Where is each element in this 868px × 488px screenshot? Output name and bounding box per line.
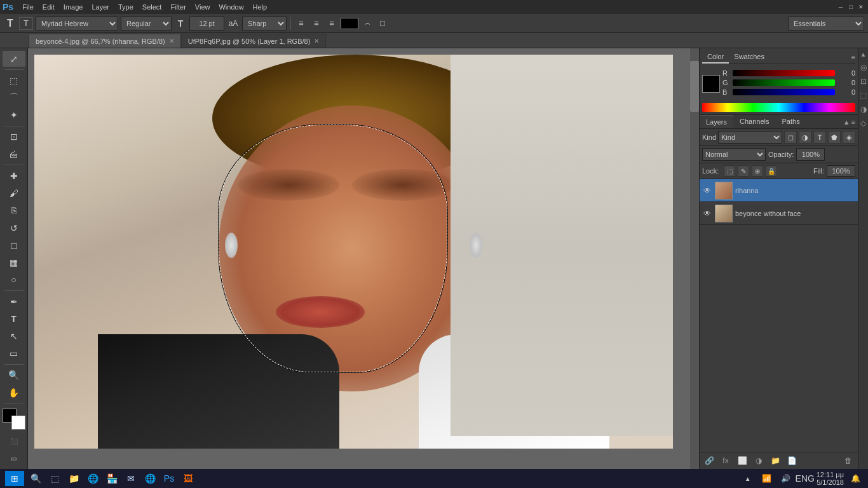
new-layer-btn[interactable]: 📄 xyxy=(785,455,799,466)
menu-window[interactable]: Window xyxy=(215,2,247,12)
color-panel-menu[interactable]: ≡ xyxy=(851,53,855,61)
search-icon[interactable]: 🔍 xyxy=(28,471,43,486)
menu-image[interactable]: Image xyxy=(60,2,87,12)
chrome-icon[interactable]: 🌐 xyxy=(142,471,158,486)
panel-icon-4[interactable]: ◑ xyxy=(857,103,869,116)
paths-tab[interactable]: Paths xyxy=(776,115,806,128)
windows-store-icon[interactable]: 🏪 xyxy=(104,471,119,486)
menu-view[interactable]: View xyxy=(191,2,214,12)
panel-icon-3[interactable]: ⬚ xyxy=(857,89,869,102)
menu-layer[interactable]: Layer xyxy=(88,2,113,12)
font-style-select[interactable]: Regular xyxy=(121,17,172,30)
character-panel-icon[interactable]: □ xyxy=(376,17,389,30)
collapse-top-btn[interactable]: ▲ xyxy=(859,50,868,58)
taskbar-icon-5[interactable]: 🖼 xyxy=(180,471,196,486)
panel-icon-1[interactable]: ◎ xyxy=(857,61,869,74)
type-tool[interactable]: T xyxy=(3,311,25,327)
file-explorer-icon[interactable]: 📁 xyxy=(66,471,81,486)
task-view-icon[interactable]: ⬚ xyxy=(47,471,62,486)
lock-all-btn[interactable]: 🔒 xyxy=(766,165,777,177)
red-slider[interactable] xyxy=(733,70,835,76)
fill-input[interactable] xyxy=(827,165,855,177)
align-left-icon[interactable]: ≡ xyxy=(295,17,308,30)
canvas-area[interactable] xyxy=(28,48,699,469)
screen-mode-btn[interactable]: ▭ xyxy=(3,451,25,466)
filter-shape-btn[interactable]: ⬟ xyxy=(828,131,841,144)
opacity-input[interactable] xyxy=(796,148,825,161)
font-size-input[interactable] xyxy=(189,17,224,30)
filter-type-btn[interactable]: T xyxy=(813,131,826,144)
beyonce-tab-close[interactable]: ✕ xyxy=(169,37,174,44)
layers-panel-menu[interactable]: ≡ xyxy=(851,118,855,126)
close-button[interactable]: ✕ xyxy=(857,3,865,11)
minimize-button[interactable]: ─ xyxy=(836,3,845,11)
menu-select[interactable]: Select xyxy=(139,2,166,12)
beyonce-tab[interactable]: beyoncé-4.jpg @ 66,7% (rihanna, RGB/8) ✕ xyxy=(29,34,181,48)
quick-mask-btn[interactable]: ⬛ xyxy=(3,433,25,449)
link-layers-btn[interactable]: 🔗 xyxy=(702,455,716,466)
lock-transparency-btn[interactable]: ⬚ xyxy=(724,165,735,177)
panel-icon-5[interactable]: ◇ xyxy=(857,117,869,130)
taskbar-expand-btn[interactable]: ▲ xyxy=(740,471,756,486)
kind-select[interactable]: Kind xyxy=(718,131,782,144)
font-family-select[interactable]: Myriad Hebrew xyxy=(36,17,118,30)
ufp8fq6p-tab-close[interactable]: ✕ xyxy=(314,37,319,44)
pen-tool[interactable]: ✒ xyxy=(3,294,25,309)
color-tab[interactable]: Color xyxy=(702,51,729,64)
vertical-scrollbar[interactable] xyxy=(690,48,699,469)
photoshop-icon[interactable]: Ps xyxy=(161,471,177,486)
shape-tool[interactable]: ▭ xyxy=(3,346,25,362)
clone-tool[interactable]: ⎘ xyxy=(3,203,25,219)
align-center-icon[interactable]: ≡ xyxy=(310,17,323,30)
menu-help[interactable]: Help xyxy=(249,2,271,12)
hand-tool[interactable]: ✋ xyxy=(3,384,25,400)
adjustment-layer-btn[interactable]: ◑ xyxy=(752,455,766,466)
filter-adjust-btn[interactable]: ◑ xyxy=(799,131,811,144)
essentials-select[interactable]: Essentials xyxy=(788,17,864,30)
lock-paint-btn[interactable]: ✎ xyxy=(738,165,749,177)
vertical-scroll-thumb[interactable] xyxy=(690,61,699,112)
eraser-tool[interactable]: ◻ xyxy=(3,237,25,253)
dodge-tool[interactable]: ○ xyxy=(3,272,25,288)
layer-item-beyonce[interactable]: 👁 beyonce without face xyxy=(700,202,858,225)
move-tool[interactable]: ⤢ xyxy=(3,51,25,67)
text-orient-icon[interactable]: T xyxy=(19,17,33,30)
swatches-tab[interactable]: Swatches xyxy=(729,51,770,64)
notification-icon[interactable]: 🔔 xyxy=(848,471,863,486)
filter-pixel-btn[interactable]: ◻ xyxy=(784,131,797,144)
magic-wand-tool[interactable]: ✦ xyxy=(3,107,25,123)
network-icon[interactable]: 📶 xyxy=(759,471,775,486)
crop-tool[interactable]: ⊡ xyxy=(3,129,25,145)
filter-smart-btn[interactable]: ◈ xyxy=(843,131,855,144)
lasso-tool[interactable]: ⌒ xyxy=(3,90,25,105)
add-mask-btn[interactable]: ⬜ xyxy=(735,455,749,466)
layer-visibility-rihanna[interactable]: 👁 xyxy=(702,186,712,196)
brush-tool[interactable]: 🖌 xyxy=(3,185,25,201)
healing-tool[interactable]: ✚ xyxy=(3,168,25,184)
gradient-tool[interactable]: ▦ xyxy=(3,254,25,270)
lock-position-btn[interactable]: ⊕ xyxy=(752,165,763,177)
layer-fx-btn[interactable]: fx xyxy=(719,455,733,466)
menu-filter[interactable]: Filter xyxy=(166,2,189,12)
ufp8fq6p-tab[interactable]: UfP8Fq6P.jpg @ 50% (Layer 1, RGB/8) ✕ xyxy=(181,34,327,48)
panel-icon-2[interactable]: ⊡ xyxy=(857,75,869,88)
layers-panel-collapse[interactable]: ▲ xyxy=(843,118,850,126)
menu-file[interactable]: File xyxy=(18,2,37,12)
green-slider[interactable] xyxy=(733,79,835,86)
history-brush-tool[interactable]: ↺ xyxy=(3,220,25,236)
background-color[interactable] xyxy=(11,416,25,430)
layers-tab[interactable]: Layers xyxy=(700,115,733,128)
menu-type[interactable]: Type xyxy=(114,2,137,12)
text-color-box[interactable] xyxy=(341,18,358,29)
antialiasing-select[interactable]: Sharp xyxy=(242,17,287,30)
mail-icon[interactable]: ✉ xyxy=(123,471,139,486)
maximize-button[interactable]: □ xyxy=(846,3,855,11)
eyedropper-tool[interactable]: 🖮 xyxy=(3,146,25,162)
delete-layer-btn[interactable]: 🗑 xyxy=(841,455,855,466)
menu-edit[interactable]: Edit xyxy=(39,2,58,12)
layer-item-rihanna[interactable]: 👁 rihanna xyxy=(700,179,858,202)
edge-icon[interactable]: 🌐 xyxy=(85,471,100,486)
channels-tab[interactable]: Channels xyxy=(733,115,775,128)
blue-slider[interactable] xyxy=(733,89,835,95)
foreground-swatch[interactable] xyxy=(702,75,720,93)
